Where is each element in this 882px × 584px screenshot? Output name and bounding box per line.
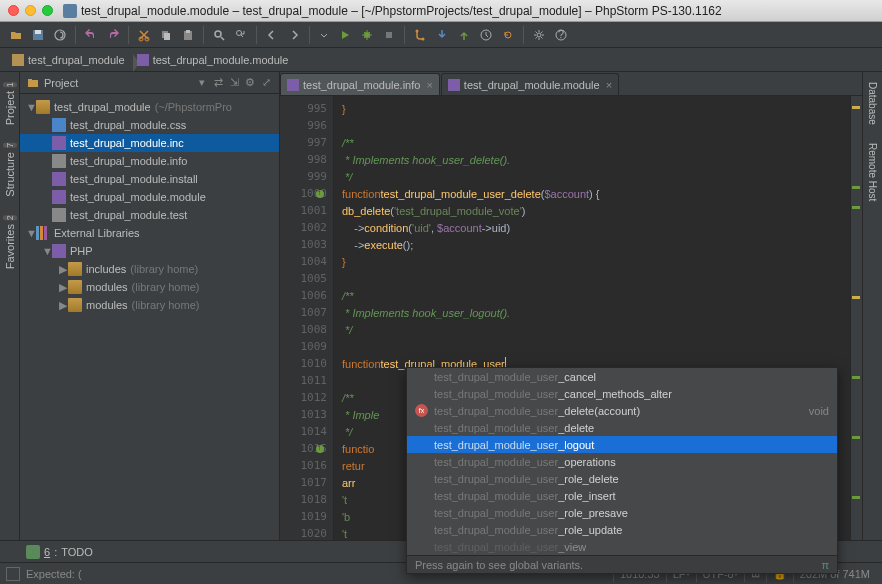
tree-row[interactable]: ▶includes(library home): [20, 260, 279, 278]
code-line[interactable]: [334, 338, 850, 355]
editor-tab[interactable]: test_drupal_module.info×: [280, 73, 440, 95]
code-line[interactable]: ->condition('uid', $account->uid): [334, 219, 850, 236]
code-line[interactable]: [334, 270, 850, 287]
gutter-line[interactable]: 1002: [280, 219, 333, 236]
gutter-line[interactable]: 1006: [280, 287, 333, 304]
run-config-dropdown[interactable]: [315, 25, 333, 45]
completion-item[interactable]: test_drupal_module_user_role_delete: [407, 470, 837, 487]
tree-row[interactable]: ▶modules(library home): [20, 278, 279, 296]
gutter-line[interactable]: 1005: [280, 270, 333, 287]
completion-item[interactable]: test_drupal_module_user_role_update: [407, 521, 837, 538]
close-window-button[interactable]: [8, 5, 19, 16]
gutter-line[interactable]: 1010: [280, 355, 333, 372]
tree-arrow-icon[interactable]: ▶: [58, 299, 68, 312]
code-line[interactable]: }: [334, 100, 850, 117]
sidetab-project[interactable]: Project 1: [1, 76, 19, 131]
gutter-line[interactable]: 1011: [280, 372, 333, 389]
stripe-ok[interactable]: [852, 376, 860, 379]
gutter-line[interactable]: 997: [280, 134, 333, 151]
paste-button[interactable]: [178, 25, 198, 45]
open-button[interactable]: [6, 25, 26, 45]
gutter-line[interactable]: 1016: [280, 457, 333, 474]
editor-tab[interactable]: test_drupal_module.module×: [441, 73, 619, 95]
copy-button[interactable]: [156, 25, 176, 45]
code-line[interactable]: }: [334, 253, 850, 270]
code-line[interactable]: db_delete('test_drupal_module_vote'): [334, 202, 850, 219]
breadcrumb-item[interactable]: test_drupal_module: [6, 52, 135, 68]
run-button[interactable]: [335, 25, 355, 45]
project-scroll-icon[interactable]: ⇄: [211, 76, 225, 90]
gutter-line[interactable]: 1019: [280, 508, 333, 525]
completion-item[interactable]: test_drupal_module_user_delete: [407, 419, 837, 436]
completion-item[interactable]: test_drupal_module_user_role_presave: [407, 504, 837, 521]
tree-row[interactable]: test_drupal_module.install: [20, 170, 279, 188]
gutter-line[interactable]: 1008: [280, 321, 333, 338]
completion-item[interactable]: test_drupal_module_user_view: [407, 538, 837, 555]
gutter-line[interactable]: 1004: [280, 253, 333, 270]
tree-arrow-icon[interactable]: ▼: [42, 245, 52, 257]
maximize-window-button[interactable]: [42, 5, 53, 16]
revert-button[interactable]: [498, 25, 518, 45]
code-line[interactable]: */: [334, 168, 850, 185]
undo-button[interactable]: [81, 25, 101, 45]
code-line[interactable]: * Implements hook_user_logout().: [334, 304, 850, 321]
find-button[interactable]: [209, 25, 229, 45]
completion-item[interactable]: test_drupal_module_user_operations: [407, 453, 837, 470]
help-button[interactable]: ?: [551, 25, 571, 45]
tree-row[interactable]: test_drupal_module.test: [20, 206, 279, 224]
project-tree[interactable]: ▼test_drupal_module(~/PhpstormProtest_dr…: [20, 94, 279, 562]
stripe-warning[interactable]: [852, 106, 860, 109]
code-line[interactable]: [334, 117, 850, 134]
gutter-line[interactable]: 1000: [280, 185, 333, 202]
sidetab-remote-host[interactable]: Remote Host: [865, 137, 880, 207]
gutter-line[interactable]: 995: [280, 100, 333, 117]
completion-item[interactable]: test_drupal_module_user_role_insert: [407, 487, 837, 504]
close-tab-icon[interactable]: ×: [426, 79, 432, 91]
tree-arrow-icon[interactable]: ▼: [26, 227, 36, 239]
sync-button[interactable]: [50, 25, 70, 45]
stop-button[interactable]: [379, 25, 399, 45]
completion-item[interactable]: test_drupal_module_user_cancel: [407, 368, 837, 385]
tree-row[interactable]: test_drupal_module.module: [20, 188, 279, 206]
gutter-line[interactable]: 1015: [280, 440, 333, 457]
tree-row[interactable]: ▼PHP: [20, 242, 279, 260]
override-marker-icon[interactable]: [316, 445, 324, 453]
completion-item[interactable]: fxtest_drupal_module_user_delete(account…: [407, 402, 837, 419]
replace-button[interactable]: [231, 25, 251, 45]
settings-button[interactable]: [529, 25, 549, 45]
stripe-ok[interactable]: [852, 186, 860, 189]
gutter-line[interactable]: 1007: [280, 304, 333, 321]
close-tab-icon[interactable]: ×: [606, 79, 612, 91]
back-button[interactable]: [262, 25, 282, 45]
status-icon[interactable]: [6, 567, 20, 581]
gutter-line[interactable]: 1018: [280, 491, 333, 508]
gutter-line[interactable]: 996: [280, 117, 333, 134]
stripe-ok[interactable]: [852, 436, 860, 439]
code-line[interactable]: ->execute();: [334, 236, 850, 253]
redo-button[interactable]: [103, 25, 123, 45]
tree-arrow-icon[interactable]: ▼: [26, 101, 36, 113]
code-line[interactable]: function test_drupal_module_user_delete(…: [334, 185, 850, 202]
stripe-ok[interactable]: [852, 206, 860, 209]
tree-row[interactable]: test_drupal_module.inc: [20, 134, 279, 152]
tree-row[interactable]: test_drupal_module.css: [20, 116, 279, 134]
completion-item[interactable]: test_drupal_module_user_cancel_methods_a…: [407, 385, 837, 402]
code-line[interactable]: /**: [334, 287, 850, 304]
forward-button[interactable]: [284, 25, 304, 45]
stripe-ok[interactable]: [852, 496, 860, 499]
tree-row[interactable]: ▼test_drupal_module(~/PhpstormPro: [20, 98, 279, 116]
stripe-warning[interactable]: [852, 296, 860, 299]
gutter-line[interactable]: 999: [280, 168, 333, 185]
vcs-button[interactable]: [410, 25, 430, 45]
commit-button[interactable]: [454, 25, 474, 45]
project-settings-icon[interactable]: ⚙: [243, 76, 257, 90]
todo-tool-button[interactable]: 6: TODO: [26, 545, 93, 559]
gutter-line[interactable]: 1001: [280, 202, 333, 219]
gutter-line[interactable]: 1017: [280, 474, 333, 491]
save-all-button[interactable]: [28, 25, 48, 45]
update-button[interactable]: [432, 25, 452, 45]
project-collapse-icon[interactable]: ⇲: [227, 76, 241, 90]
gutter-line[interactable]: 1013: [280, 406, 333, 423]
debug-button[interactable]: [357, 25, 377, 45]
tree-arrow-icon[interactable]: ▶: [58, 281, 68, 294]
